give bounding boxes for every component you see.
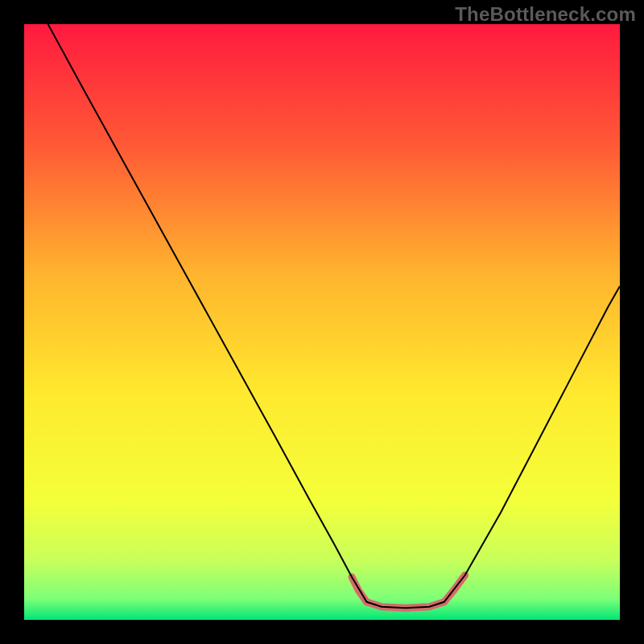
- watermark-text: TheBottleneck.com: [455, 3, 636, 26]
- bottleneck-chart: [24, 24, 620, 620]
- plot-background: [24, 24, 620, 620]
- chart-frame: TheBottleneck.com: [0, 0, 644, 644]
